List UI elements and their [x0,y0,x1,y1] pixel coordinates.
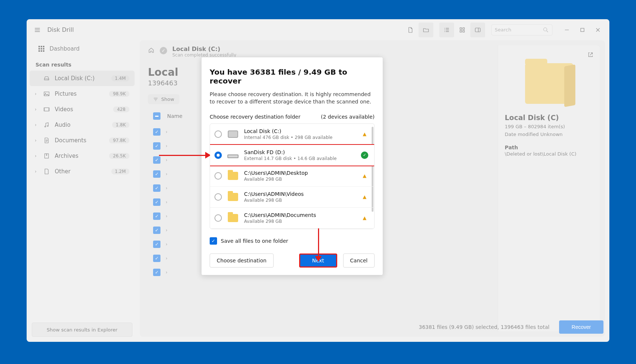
destination-name: C:\Users\ADMIN\Desktop [244,170,356,176]
warning-icon: ▲ [361,193,368,201]
destination-option[interactable]: SanDisk FD (D:) External 14.7 GB disk • … [210,144,375,166]
destination-name: SanDisk FD (D:) [244,149,356,155]
destination-radio[interactable] [214,172,222,180]
destination-option[interactable]: C:\Users\ADMIN\Videos Available 298 GB ▲ [210,187,374,208]
destination-list[interactable]: Local Disk (C:) Internal 476 GB disk • 2… [210,123,375,229]
destination-name: Local Disk (C:) [244,128,356,134]
destination-sub: Available 298 GB [244,219,356,224]
warning-icon: ▲ [361,130,368,138]
warning-icon: ▲ [361,172,368,180]
choose-destination-label: Choose recovery destination folder [210,114,300,120]
destination-option[interactable]: Local Disk (C:) Internal 476 GB disk • 2… [210,124,374,145]
modal-description: Please choose recovery destination. It i… [210,91,375,106]
app-window: Disk Drill Search Dashboard Scan results… [27,19,609,342]
warning-icon: ▲ [361,214,368,222]
destination-radio[interactable] [214,130,222,138]
next-button[interactable]: Next [299,254,337,268]
destination-sub: Available 298 GB [244,198,356,203]
devices-available: (2 devices available) [321,114,375,120]
destination-name: C:\Users\ADMIN\Videos [244,191,356,197]
recovery-destination-modal: You have 36381 files / 9.49 GB to recove… [201,57,383,275]
folder-icon [227,193,239,201]
destination-radio[interactable] [214,214,222,222]
modal-title: You have 36381 files / 9.49 GB to recove… [210,68,375,85]
destination-radio[interactable] [214,193,222,201]
destination-radio[interactable] [214,152,222,159]
check-icon: ✓ [361,152,368,159]
choose-destination-button[interactable]: Choose destination [210,254,274,268]
hdd-lock-icon [227,130,239,138]
destination-name: C:\Users\ADMIN\Documents [244,212,356,218]
ssd-icon [227,152,239,158]
destination-option[interactable]: C:\Users\ADMIN\Desktop Available 298 GB … [210,166,374,187]
cancel-button[interactable]: Cancel [343,254,375,268]
destination-sub: Internal 476 GB disk • 298 GB available [244,135,356,140]
save-all-label: Save all files to one folder [221,238,288,244]
destination-option[interactable]: C:\Users\ADMIN\Documents Available 298 G… [210,208,374,229]
destination-sub: External 14.7 GB disk • 14.6 GB availabl… [244,156,356,161]
folder-icon [227,214,239,222]
folder-icon [227,172,239,180]
destination-sub: Available 298 GB [244,177,356,182]
save-all-checkbox[interactable] [210,237,217,245]
